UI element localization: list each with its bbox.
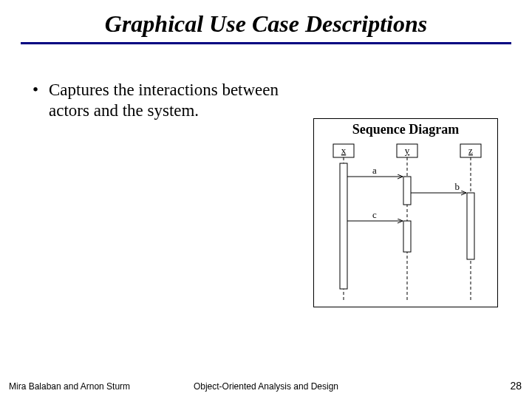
participant-y: y — [397, 144, 417, 157]
title-underline — [21, 42, 511, 44]
activation-x — [340, 163, 347, 289]
participant-z: z — [460, 144, 481, 157]
bullet-list: • Captures the interactions between acto… — [33, 80, 299, 121]
participant-z-label: z — [468, 145, 473, 156]
activation-z — [467, 193, 474, 259]
footer-page-number: 28 — [510, 380, 522, 392]
message-c-label: c — [372, 209, 377, 220]
bullet-item: • Captures the interactions between acto… — [33, 80, 299, 121]
sequence-diagram-title: Sequence Diagram — [313, 122, 498, 137]
message-a-label: a — [372, 165, 377, 176]
footer-course: Object-Oriented Analysis and Design — [0, 381, 532, 392]
slide-title: Graphical Use Case Descriptions — [0, 0, 532, 38]
participant-y-label: y — [405, 145, 410, 156]
participant-x-label: x — [341, 145, 347, 156]
message-b-label: b — [455, 181, 460, 192]
bullet-marker: • — [33, 80, 49, 100]
bullet-text: Captures the interactions between actors… — [49, 80, 299, 121]
participant-x: x — [333, 144, 354, 157]
activation-y-2 — [403, 221, 411, 252]
sequence-diagram: x y z — [314, 119, 497, 307]
sequence-diagram-box: x y z — [313, 118, 498, 307]
activation-y-1 — [403, 177, 411, 205]
slide: Graphical Use Case Descriptions • Captur… — [0, 0, 532, 399]
